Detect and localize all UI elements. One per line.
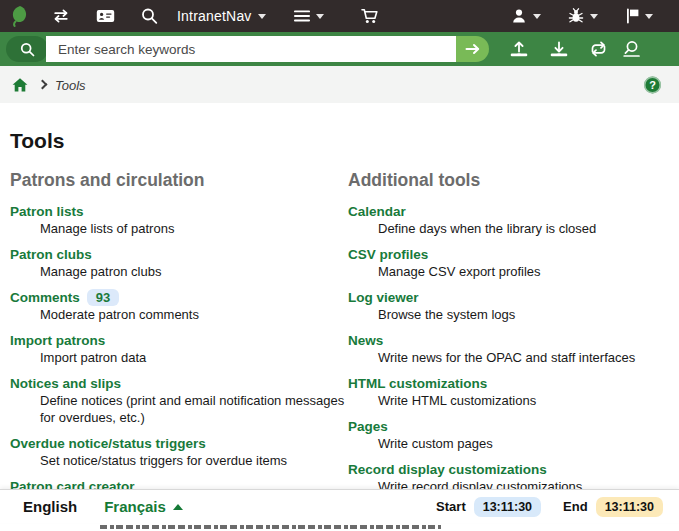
language-francais-label: Français	[104, 498, 166, 515]
tool-description: Moderate patron comments	[10, 307, 348, 324]
tool-link[interactable]: CSV profiles	[348, 247, 428, 262]
tool-item: Patron lists Manage lists of patrons	[10, 202, 348, 238]
chevron-down-icon	[645, 14, 653, 19]
breadcrumb-current-page: Tools	[55, 77, 86, 92]
end-label: End	[563, 499, 588, 514]
column-additional-tools: Additional tools Calendar Define days wh…	[348, 170, 669, 520]
search-underline-icon[interactable]	[622, 40, 641, 58]
language-francais[interactable]: Français	[104, 498, 183, 515]
hamburger-menu-icon	[294, 10, 310, 22]
language-footer: English Français Start 13:11:30 End 13:1…	[0, 489, 679, 523]
tool-item: Comments93 Moderate patron comments	[10, 288, 348, 324]
intranetnav-dropdown[interactable]: IntranetNav	[177, 8, 266, 24]
upload-icon[interactable]	[509, 41, 529, 57]
search-icon	[20, 42, 35, 57]
tool-link[interactable]: Overdue notice/status triggers	[10, 436, 206, 451]
search-icon[interactable]	[141, 8, 158, 25]
tool-item: Import patrons Import patron data	[10, 331, 348, 367]
menu-dropdown[interactable]	[294, 10, 324, 22]
tool-link[interactable]: Patron lists	[10, 204, 84, 219]
tool-link[interactable]: Notices and slips	[10, 376, 121, 391]
chevron-down-icon	[316, 14, 324, 19]
tool-link[interactable]: Record display customizations	[348, 462, 547, 477]
tool-item: News Write news for the OPAC and staff i…	[348, 331, 669, 367]
tool-description: Define notices (print and email notifica…	[10, 393, 348, 426]
tool-description: Manage patron clubs	[10, 264, 348, 281]
tool-link[interactable]: News	[348, 333, 383, 348]
home-icon[interactable]	[12, 77, 28, 92]
section-heading: Additional tools	[348, 170, 669, 191]
caret-up-icon	[173, 504, 183, 510]
tool-link[interactable]: Comments	[10, 290, 80, 305]
tool-description: Browse the system logs	[348, 307, 669, 324]
koha-logo-icon[interactable]	[9, 5, 29, 27]
start-time-badge: 13:11:30	[474, 497, 541, 517]
search-bar-row	[0, 32, 679, 66]
help-icon[interactable]: ?	[644, 76, 661, 93]
flag-icon	[626, 8, 639, 24]
cart-icon[interactable]	[361, 8, 379, 24]
page-title: Tools	[10, 129, 679, 153]
tool-list: Patron lists Manage lists of patrons Pat…	[10, 202, 348, 512]
tool-description: Set notice/status triggers for overdue i…	[10, 453, 348, 470]
tool-description: Define days when the library is closed	[348, 221, 669, 238]
tool-item: Patron clubs Manage patron clubs	[10, 245, 348, 281]
section-heading: Patrons and circulation	[10, 170, 348, 191]
transfer-arrows-icon[interactable]	[52, 9, 70, 23]
user-icon	[511, 8, 527, 24]
tool-item: Calendar Define days when the library is…	[348, 202, 669, 238]
tool-description: Manage CSV export profiles	[348, 264, 669, 281]
end-time-badge: 13:11:30	[596, 497, 663, 517]
intranetnav-label: IntranetNav	[177, 8, 252, 24]
search-input[interactable]	[46, 36, 456, 62]
tool-description: Write HTML customizations	[348, 393, 669, 410]
tool-description: Write custom pages	[348, 436, 669, 453]
chevron-down-icon	[590, 14, 598, 19]
tool-item: Pages Write custom pages	[348, 417, 669, 453]
chevron-down-icon	[258, 14, 266, 19]
comments-count-badge: 93	[87, 289, 119, 306]
tool-link[interactable]: HTML customizations	[348, 376, 487, 391]
tool-link[interactable]: Calendar	[348, 204, 406, 219]
bug-icon	[568, 8, 584, 24]
bug-dropdown[interactable]	[568, 8, 598, 24]
tool-link[interactable]: Patron clubs	[10, 247, 92, 262]
tool-item: Notices and slips Define notices (print …	[10, 374, 348, 426]
tool-item: Log viewer Browse the system logs	[348, 288, 669, 324]
flag-dropdown[interactable]	[626, 8, 653, 24]
tool-description: Write news for the OPAC and staff interf…	[348, 350, 669, 367]
tool-item: CSV profiles Manage CSV export profiles	[348, 245, 669, 281]
tool-link[interactable]: Import patrons	[10, 333, 105, 348]
breadcrumb: Tools ?	[0, 66, 679, 103]
tool-item: Overdue notice/status triggers Set notic…	[10, 434, 348, 470]
repeat-icon[interactable]	[588, 41, 609, 58]
main-content: Tools Patrons and circulation Patron lis…	[0, 103, 679, 520]
id-card-icon[interactable]	[96, 9, 115, 23]
top-navigation-bar: IntranetNav	[0, 0, 679, 32]
tool-link[interactable]: Log viewer	[348, 290, 419, 305]
language-english[interactable]: English	[23, 498, 77, 515]
tool-list: Calendar Define days when the library is…	[348, 202, 669, 496]
tool-description: Manage lists of patrons	[10, 221, 348, 238]
column-patrons-and-circulation: Patrons and circulation Patron lists Man…	[10, 170, 348, 520]
search-submit-button[interactable]	[456, 36, 489, 62]
tool-item: HTML customizations Write HTML customiza…	[348, 374, 669, 410]
session-timer: Start 13:11:30 End 13:11:30	[436, 497, 663, 517]
breadcrumb-chevron-icon	[38, 79, 48, 89]
tool-link[interactable]: Pages	[348, 419, 388, 434]
clipped-text-line	[100, 525, 441, 529]
arrow-right-icon	[465, 43, 480, 55]
download-icon[interactable]	[549, 41, 569, 57]
search-category-pill[interactable]	[6, 36, 48, 62]
chevron-down-icon	[533, 14, 541, 19]
user-dropdown[interactable]	[511, 8, 541, 24]
tool-description: Import patron data	[10, 350, 348, 367]
start-label: Start	[436, 499, 466, 514]
